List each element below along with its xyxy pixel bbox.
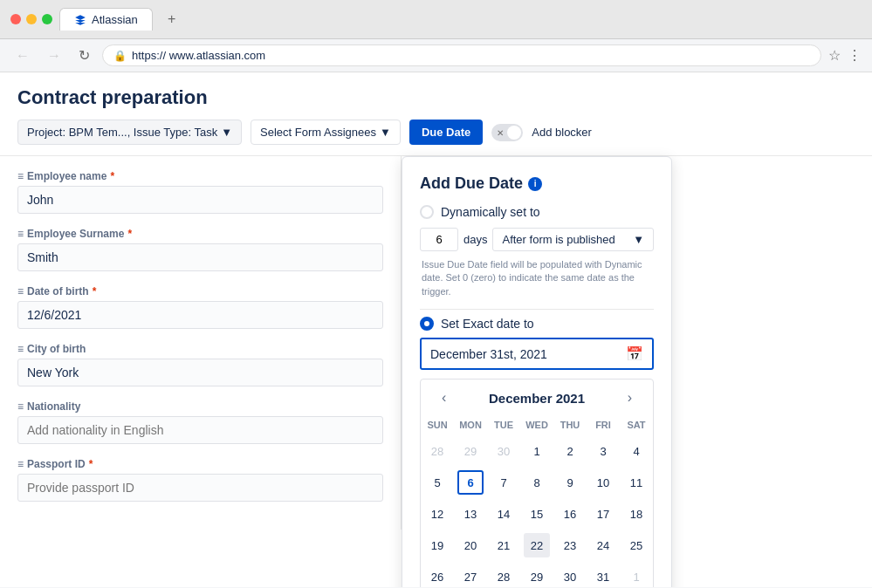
cal-day[interactable]: 21 <box>491 533 517 557</box>
cal-day[interactable]: 2 <box>557 439 583 463</box>
next-month-button[interactable]: › <box>621 388 639 407</box>
field-employee-surname: ≡ Employee Surname * <box>17 228 383 271</box>
cal-day[interactable]: 31 <box>590 564 616 587</box>
cal-day[interactable]: 1 <box>623 564 649 587</box>
cal-day[interactable]: 30 <box>491 439 517 463</box>
toolbar: Project: BPM Tem..., Issue Type: Task ▼ … <box>17 120 855 145</box>
forward-button[interactable]: → <box>42 46 66 65</box>
cal-day[interactable]: 9 <box>557 470 583 495</box>
label-text: Date of birth <box>27 285 89 297</box>
cal-day[interactable]: 29 <box>457 439 484 463</box>
cal-day[interactable]: 4 <box>623 439 649 463</box>
info-icon[interactable]: i <box>528 177 542 191</box>
exact-radio[interactable] <box>420 317 434 331</box>
cal-day[interactable]: 29 <box>524 564 550 587</box>
exact-date-input[interactable] <box>422 341 617 367</box>
cal-week-5: 26 27 28 29 30 31 1 <box>421 561 653 587</box>
required-marker: * <box>93 285 97 297</box>
cal-day[interactable]: 7 <box>491 470 517 495</box>
dynamic-config-row: days After form is published ▼ <box>420 228 654 251</box>
after-dropdown[interactable]: After form is published ▼ <box>492 228 654 251</box>
lock-icon: 🔒 <box>113 50 127 62</box>
page-title: Contract preparation <box>17 86 855 109</box>
cal-day[interactable]: 8 <box>524 470 550 495</box>
project-dropdown[interactable]: Project: BPM Tem..., Issue Type: Task ▼ <box>17 120 242 145</box>
panel-title-text: Add Due Date <box>420 174 523 193</box>
cal-day[interactable]: 20 <box>457 533 484 557</box>
exact-date-wrapper: 📅 <box>420 338 654 370</box>
toggle-x-icon: ✕ <box>497 127 504 137</box>
employee-surname-input[interactable] <box>17 243 383 271</box>
new-tab-button[interactable]: + <box>160 7 184 31</box>
field-icon: ≡ <box>17 285 24 297</box>
form-panel: ≡ Employee name * ≡ Employee Surname * ≡… <box>0 156 402 530</box>
back-button[interactable]: ← <box>10 46 35 65</box>
panel-title: Add Due Date i <box>420 174 654 193</box>
passport-input[interactable] <box>17 474 383 502</box>
traffic-lights <box>10 14 52 24</box>
nationality-input[interactable] <box>17 416 383 444</box>
cal-day[interactable]: 18 <box>623 502 649 526</box>
cal-week-3: 12 13 14 15 16 17 18 <box>421 498 653 530</box>
field-nationality: ≡ Nationality <box>17 400 383 444</box>
cal-day[interactable]: 15 <box>524 502 550 526</box>
dow-thu: THU <box>553 416 587 435</box>
add-blocker-label[interactable]: Add blocker <box>532 126 592 139</box>
minimize-traffic-light[interactable] <box>26 14 37 24</box>
bookmark-button[interactable]: ☆ <box>828 47 841 64</box>
cal-day[interactable]: 27 <box>457 564 484 587</box>
cal-day[interactable]: 12 <box>424 502 450 526</box>
cal-day[interactable]: 10 <box>590 470 616 495</box>
city-input[interactable] <box>17 359 383 386</box>
after-label: After form is published <box>502 233 615 246</box>
dow-wed: WED <box>520 416 553 435</box>
close-traffic-light[interactable] <box>10 14 21 24</box>
calendar-toggle-icon[interactable]: 📅 <box>617 339 652 368</box>
exact-radio-row: Set Exact date to <box>420 317 654 331</box>
cal-day[interactable]: 3 <box>590 439 616 463</box>
cal-day[interactable]: 16 <box>557 502 583 526</box>
cal-day-today[interactable]: 6 <box>457 470 484 495</box>
cal-day[interactable]: 28 <box>424 439 450 463</box>
field-icon: ≡ <box>17 228 24 240</box>
dynamic-radio-row: Dynamically set to <box>420 205 654 219</box>
calendar: ‹ December 2021 › SUN MON TUE WED THU FR… <box>420 379 654 587</box>
cal-day[interactable]: 28 <box>491 564 517 587</box>
label-text: Employee Surname <box>27 228 124 240</box>
prev-month-button[interactable]: ‹ <box>435 388 453 407</box>
cal-day[interactable]: 5 <box>424 470 450 495</box>
field-icon: ≡ <box>17 400 24 413</box>
dow-tue: TUE <box>487 416 520 435</box>
due-date-panel: Add Due Date i Dynamically set to days A… <box>402 156 672 587</box>
exact-label: Set Exact date to <box>441 317 534 331</box>
cal-day[interactable]: 11 <box>623 470 649 495</box>
dynamic-radio[interactable] <box>420 205 434 219</box>
browser-chrome: Atlassian + <box>0 0 872 39</box>
browser-tab[interactable]: Atlassian <box>59 8 153 31</box>
cal-day[interactable]: 1 <box>524 439 550 463</box>
days-input[interactable] <box>420 228 458 251</box>
maximize-traffic-light[interactable] <box>42 14 52 24</box>
due-date-button[interactable]: Due Date <box>409 120 483 145</box>
cal-day[interactable]: 14 <box>491 502 517 526</box>
dob-input[interactable] <box>17 301 383 329</box>
cal-day[interactable]: 23 <box>557 533 583 557</box>
assignees-dropdown[interactable]: Select Form Assignees ▼ <box>251 120 401 145</box>
toggle-switch[interactable]: ✕ <box>491 124 523 141</box>
cal-day[interactable]: 19 <box>424 533 450 557</box>
cal-day[interactable]: 30 <box>557 564 583 587</box>
cal-day[interactable]: 25 <box>623 533 649 557</box>
employee-surname-label: ≡ Employee Surname * <box>17 228 383 240</box>
cal-day[interactable]: 13 <box>457 502 484 526</box>
url-bar[interactable]: 🔒 https:// www.atlassian.com <box>102 44 821 66</box>
toggle-knob <box>507 126 521 140</box>
menu-button[interactable]: ⋮ <box>848 47 862 64</box>
reload-button[interactable]: ↻ <box>73 45 95 65</box>
cal-day[interactable]: 26 <box>424 564 450 587</box>
required-marker: * <box>127 228 132 240</box>
cal-day-selected[interactable]: 22 <box>524 533 550 557</box>
tab-bar: Atlassian + <box>59 7 862 31</box>
cal-day[interactable]: 17 <box>590 502 616 526</box>
cal-day[interactable]: 24 <box>590 533 616 557</box>
employee-name-input[interactable] <box>17 186 383 214</box>
